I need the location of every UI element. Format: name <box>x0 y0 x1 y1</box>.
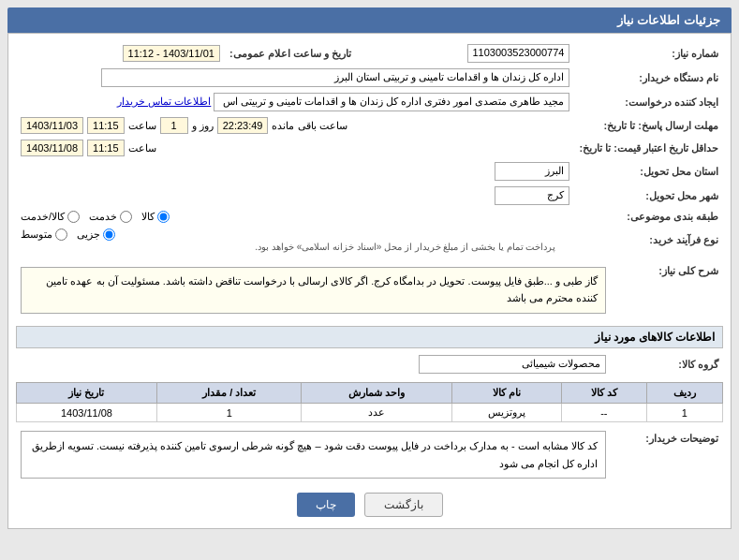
goods-group-cell: محصولات شیمیائی <box>16 352 611 376</box>
date-time-cell: 1403/11/01 - 11:12 <box>16 41 225 66</box>
purchase-type-cell: متوسط جزیی پرداخت تمام یا بخشی از مبلغ خ… <box>16 226 574 255</box>
city-label: شهر محل تحویل: <box>574 184 723 208</box>
goods-section-title: اطلاعات کالاهای مورد نیاز <box>16 326 723 348</box>
buyer-org-label: نام دستگاه خریدار: <box>574 66 723 90</box>
info-table: شماره نیاز: 1103003523000774 تاریخ و ساع… <box>16 41 723 255</box>
buyer-notes-content: کد کالا مشابه است - به مدارک برداخت در ف… <box>32 440 598 469</box>
purchase-type-label: نوع فرآیند خرید: <box>574 226 723 255</box>
col-name: نام کالا <box>452 383 562 404</box>
description-text: گاز طبی و ...طبق فایل پیوست. تحویل در بد… <box>21 267 606 314</box>
response-time: 11:15 <box>87 117 125 134</box>
cell-row-num: 1 <box>646 404 722 422</box>
buyer-org-value: اداره کل زندان ها و اقدامات تامینی و ترب… <box>101 68 569 87</box>
price-deadline-cell: ساعت 11:15 1403/11/08 <box>16 137 574 159</box>
description-content: گاز طبی و ...طبق فایل پیوست. تحویل در بد… <box>29 273 598 306</box>
back-button[interactable]: بازگشت <box>364 493 443 517</box>
purchase-option-jozi[interactable]: جزیی <box>77 228 115 241</box>
goods-data-table: ردیف کد کالا نام کالا واحد شمارش تعداد /… <box>16 382 723 422</box>
buyer-notes-table: توضیحات خریدار: کد کالا مشابه است - به م… <box>16 428 723 481</box>
col-row-num: ردیف <box>646 383 722 404</box>
category-label: طبقه بندی موضوعی: <box>574 208 723 226</box>
cell-code: -- <box>562 404 646 422</box>
creator-value: مجید طاهری متصدی امور دفتری اداره کل زند… <box>214 93 569 111</box>
price-deadline-label: حداقل تاریخ اعتبار قیمت: تا تاریخ: <box>574 137 723 159</box>
bottom-buttons: بازگشت چاپ <box>16 489 723 521</box>
need-number-cell: 1103003523000774 <box>356 41 575 66</box>
col-code: کد کالا <box>562 383 646 404</box>
category-option-khadamat[interactable]: کالا/خدمت <box>21 211 80 223</box>
category-option-khedmat[interactable]: خدمت <box>89 211 132 223</box>
cell-name: پروتزیس <box>452 404 562 422</box>
remaining-label: ساعت باقی مانده <box>272 120 347 132</box>
print-button[interactable]: چاپ <box>297 493 355 517</box>
col-unit: واحد شمارش <box>302 383 452 404</box>
table-row: 1 -- پروتزیس عدد 1 1403/11/08 <box>17 404 723 422</box>
main-container: جزئیات اطلاعات نیاز شماره نیاز: 11030035… <box>0 0 739 560</box>
response-date: 1403/11/03 <box>21 117 83 134</box>
buyer-notes-label: توضیحات خریدار: <box>611 428 723 481</box>
response-deadline-label: مهلت ارسال پاسخ: تا تاریخ: <box>574 114 723 137</box>
payment-note: پرداخت تمام یا بخشی از مبلغ خریدار از مح… <box>255 242 555 252</box>
buyer-org-cell: اداره کل زندان ها و اقدامات تامینی و ترب… <box>16 66 574 90</box>
province-cell: البرز <box>16 159 574 184</box>
cell-unit: عدد <box>302 404 452 422</box>
goods-group-label: گروه کالا: <box>611 352 723 376</box>
col-quantity: تعداد / مقدار <box>156 383 302 404</box>
goods-group-value: محصولات شیمیائی <box>419 355 606 374</box>
content-area: شماره نیاز: 1103003523000774 تاریخ و ساع… <box>7 33 732 529</box>
remaining-time: 22:23:49 <box>217 117 269 134</box>
purchase-option-motavasset[interactable]: متوسط <box>21 228 67 241</box>
col-date: تاریخ نیاز <box>17 383 157 404</box>
category-option-kala[interactable]: کالا <box>141 211 170 223</box>
page-header: جزئیات اطلاعات نیاز <box>7 7 732 33</box>
description-cell: گاز طبی و ...طبق فایل پیوست. تحویل در بد… <box>16 260 611 320</box>
cell-date: 1403/11/08 <box>17 404 157 422</box>
description-label: شرح کلی نیاز: <box>611 260 723 320</box>
buyer-notes-text: کد کالا مشابه است - به مدارک برداخت در ف… <box>21 431 606 479</box>
need-number-value: 1103003523000774 <box>467 44 570 63</box>
response-day-count: 1 <box>160 117 188 134</box>
need-number-label: شماره نیاز: <box>574 41 723 66</box>
description-table: شرح کلی نیاز: گاز طبی و ...طبق فایل پیوس… <box>16 260 723 320</box>
province-value: البرز <box>495 162 569 181</box>
creator-label: ایجاد کننده درخواست: <box>574 90 723 114</box>
city-cell: کرج <box>16 184 574 208</box>
price-date: 1403/11/08 <box>21 140 83 156</box>
creator-link[interactable]: اطلاعات تماس خریدار <box>117 96 211 107</box>
date-time-value: 1403/11/01 - 11:12 <box>123 45 220 62</box>
province-label: استان محل تحویل: <box>574 159 723 184</box>
cell-quantity: 1 <box>156 404 302 422</box>
city-value: کرج <box>495 186 569 205</box>
category-cell: کالا/خدمت خدمت کالا <box>16 208 574 226</box>
page-title: جزئیات اطلاعات نیاز <box>617 13 720 27</box>
buyer-notes-cell: کد کالا مشابه است - به مدارک برداخت در ف… <box>16 428 611 481</box>
creator-cell: مجید طاهری متصدی امور دفتری اداره کل زند… <box>16 90 574 114</box>
price-time: 11:15 <box>87 140 125 156</box>
response-deadline-cell: ساعت باقی مانده 22:23:49 روز و 1 ساعت 11… <box>16 114 574 137</box>
date-time-label: تاریخ و ساعت اعلام عمومی: <box>225 41 356 66</box>
goods-group-table: گروه کالا: محصولات شیمیائی <box>16 352 723 376</box>
